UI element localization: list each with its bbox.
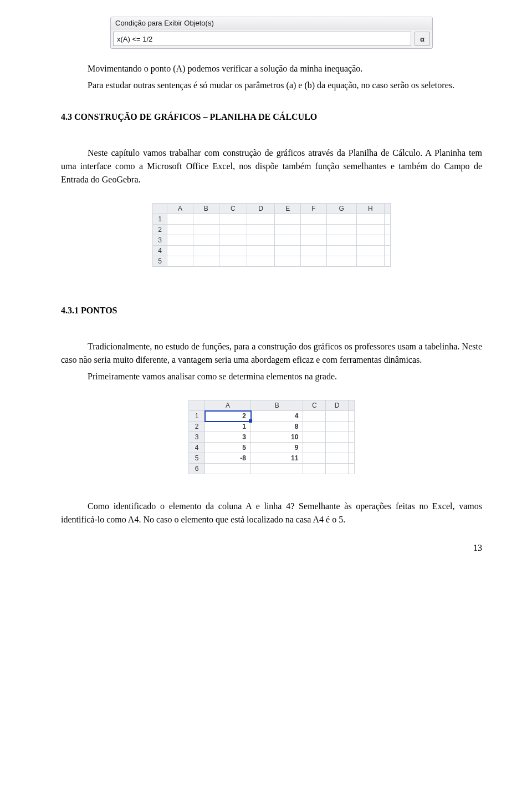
col-header[interactable]: G [326, 204, 356, 214]
row-header[interactable]: 2 [153, 225, 167, 235]
col-header[interactable]: E [275, 204, 301, 214]
cell[interactable] [356, 214, 384, 225]
cell[interactable] [301, 235, 327, 246]
alpha-button[interactable]: α [415, 32, 430, 46]
cell[interactable] [303, 453, 326, 464]
subsection-4-3-1-heading: 4.3.1 PONTOS [61, 306, 482, 316]
cell[interactable] [247, 256, 274, 267]
col-header[interactable]: C [219, 204, 247, 214]
cell[interactable] [303, 432, 326, 443]
cell[interactable] [219, 246, 247, 256]
cell[interactable] [303, 464, 326, 474]
cell[interactable]: -8 [205, 453, 251, 464]
row-header[interactable]: 2 [189, 422, 205, 432]
cell[interactable] [301, 246, 327, 256]
row-header[interactable]: 1 [153, 214, 167, 225]
cell[interactable] [193, 246, 219, 256]
cell[interactable]: 1 [205, 422, 251, 432]
cell[interactable] [301, 214, 327, 225]
cell[interactable] [167, 214, 193, 225]
col-header[interactable]: F [301, 204, 327, 214]
cell[interactable] [205, 464, 251, 474]
cell[interactable] [247, 225, 274, 235]
cell[interactable] [356, 256, 384, 267]
cell[interactable] [326, 464, 349, 474]
cell[interactable]: 8 [251, 422, 303, 432]
cell[interactable]: 11 [251, 453, 303, 464]
cell[interactable] [356, 225, 384, 235]
cell[interactable] [219, 214, 247, 225]
cell[interactable] [326, 256, 356, 267]
cell[interactable]: 9 [251, 443, 303, 453]
row-header[interactable]: 5 [153, 256, 167, 267]
cell[interactable] [326, 246, 356, 256]
cell[interactable] [275, 225, 301, 235]
cell[interactable] [247, 246, 274, 256]
condition-dialog: Condição para Exibir Objeto(s) α [110, 17, 433, 49]
cell[interactable] [219, 225, 247, 235]
cell[interactable]: 3 [205, 432, 251, 443]
row-header[interactable]: 6 [189, 464, 205, 474]
cell[interactable] [326, 235, 356, 246]
cell[interactable] [193, 256, 219, 267]
row-header[interactable]: 4 [153, 246, 167, 256]
cell[interactable] [167, 256, 193, 267]
row-header[interactable]: 3 [189, 432, 205, 443]
cell[interactable] [275, 235, 301, 246]
section-4-3-heading: 4.3 CONSTRUÇÃO DE GRÁFICOS – PLANILHA DE… [61, 112, 482, 122]
cell[interactable] [326, 411, 349, 422]
cell[interactable] [326, 214, 356, 225]
cell[interactable] [356, 235, 384, 246]
row-header[interactable]: 3 [153, 235, 167, 246]
cell[interactable] [167, 225, 193, 235]
page-number: 13 [61, 543, 482, 553]
cell[interactable] [193, 225, 219, 235]
cell[interactable] [247, 235, 274, 246]
cell[interactable] [303, 411, 326, 422]
paragraph-5: Como identificado o elemento da coluna A… [61, 500, 482, 526]
cell[interactable]: 4 [251, 411, 303, 422]
cell-partial [385, 235, 391, 246]
cell[interactable] [219, 235, 247, 246]
col-header[interactable]: D [326, 400, 349, 411]
col-header[interactable]: B [193, 204, 219, 214]
col-header[interactable]: B [251, 400, 303, 411]
cell[interactable] [275, 214, 301, 225]
col-header[interactable]: A [205, 400, 251, 411]
cell[interactable] [326, 432, 349, 443]
cell[interactable] [219, 256, 247, 267]
row-header[interactable]: 1 [189, 411, 205, 422]
cell[interactable] [251, 464, 303, 474]
cell[interactable] [247, 214, 274, 225]
cell[interactable] [301, 225, 327, 235]
col-header[interactable]: H [356, 204, 384, 214]
col-header[interactable]: D [247, 204, 274, 214]
cell-partial [385, 225, 391, 235]
row-header[interactable]: 5 [189, 453, 205, 464]
row-header[interactable]: 4 [189, 443, 205, 453]
cell-partial [385, 256, 391, 267]
cell[interactable] [326, 443, 349, 453]
cell[interactable] [193, 235, 219, 246]
cell[interactable] [167, 246, 193, 256]
col-header-partial [385, 204, 391, 214]
cell[interactable] [193, 214, 219, 225]
cell[interactable] [275, 246, 301, 256]
cell[interactable] [301, 256, 327, 267]
cell[interactable] [326, 453, 349, 464]
paragraph-4: Primeiramente vamos analisar como se det… [61, 370, 482, 383]
cell[interactable]: 5 [205, 443, 251, 453]
col-header[interactable]: C [303, 400, 326, 411]
condition-input[interactable] [113, 32, 411, 46]
cell-partial [349, 453, 355, 464]
cell[interactable] [303, 422, 326, 432]
cell[interactable] [326, 225, 356, 235]
cell[interactable] [275, 256, 301, 267]
cell[interactable] [326, 422, 349, 432]
cell[interactable]: 10 [251, 432, 303, 443]
cell[interactable]: 2 [205, 411, 251, 422]
col-header[interactable]: A [167, 204, 193, 214]
cell[interactable] [167, 235, 193, 246]
cell[interactable] [303, 443, 326, 453]
cell[interactable] [356, 246, 384, 256]
